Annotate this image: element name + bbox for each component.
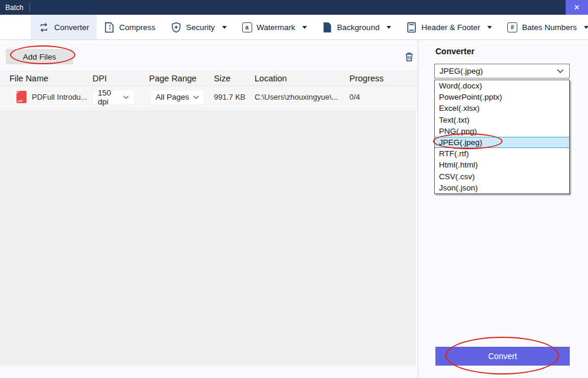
tab-watermark[interactable]: a Watermark <box>234 15 315 40</box>
dropdown-option-word[interactable]: Word(.docx) <box>435 80 569 91</box>
tab-background[interactable]: Background <box>315 15 399 40</box>
watermark-icon: a <box>242 22 252 32</box>
table-row[interactable]: PDFull Introdu... 150 dpi All Pages 991.… <box>0 86 418 109</box>
converter-settings-panel: Converter JPEG(.jpeg) Word(.docx) PowerP… <box>418 40 588 378</box>
tab-compress[interactable]: Compress <box>97 15 163 40</box>
close-button[interactable]: ✕ <box>566 0 588 15</box>
column-header-location: Location <box>255 74 349 83</box>
converter-section-title: Converter <box>435 47 474 56</box>
compress-icon <box>104 22 114 33</box>
dropdown-option-csv[interactable]: CSV(.csv) <box>435 171 569 182</box>
bates-numbers-icon: # <box>507 22 517 32</box>
file-list-empty-area <box>0 110 416 366</box>
convert-button-label: Convert <box>488 351 517 361</box>
tab-label: Watermark <box>257 23 296 32</box>
dropdown-option-rtf[interactable]: RTF(.rtf) <box>435 148 569 159</box>
column-header-page-range: Page Range <box>149 74 214 83</box>
file-size: 991.7 KB <box>214 93 255 101</box>
chevron-down-icon <box>302 26 307 29</box>
delete-files-button[interactable] <box>403 51 415 63</box>
tab-label: Header & Footer <box>421 23 480 32</box>
tab-bates-numbers[interactable]: # Bates Numbers <box>500 15 588 40</box>
dpi-cell: 150 dpi <box>93 90 149 105</box>
format-dropdown-list: Word(.docx) PowerPoint(.pptx) Excel(.xls… <box>434 80 570 194</box>
titlebar: Batch ✕ <box>0 0 588 15</box>
dpi-value: 150 dpi <box>98 88 123 106</box>
chevron-down-icon <box>123 96 129 99</box>
close-icon: ✕ <box>574 3 580 12</box>
tab-header-footer[interactable]: Header & Footer <box>399 15 500 40</box>
chevron-down-icon <box>387 26 391 29</box>
file-progress: 0/4 <box>349 93 418 101</box>
file-name: PDFull Introdu... <box>32 93 87 101</box>
chevron-down-icon <box>557 69 564 73</box>
add-files-button[interactable]: Add Files <box>6 49 73 64</box>
column-header-file-name: File Name <box>0 74 93 83</box>
tab-label: Background <box>337 23 379 32</box>
dropdown-option-powerpoint[interactable]: PowerPoint(.pptx) <box>435 91 569 103</box>
pdf-file-icon <box>16 91 27 103</box>
titlebar-separator <box>29 3 30 12</box>
converter-icon <box>38 22 49 33</box>
chevron-down-icon <box>584 26 588 29</box>
tab-label: Security <box>186 23 215 32</box>
file-list-panel: Add Files File Name DPI Page Range Size … <box>0 40 418 378</box>
file-table: File Name DPI Page Range Size Location P… <box>0 71 418 109</box>
convert-button[interactable]: Convert <box>435 347 570 366</box>
output-format-select[interactable]: JPEG(.jpeg) <box>434 64 570 78</box>
tab-security[interactable]: Security <box>163 15 234 40</box>
page-range-cell: All Pages <box>149 90 214 105</box>
dpi-select[interactable]: 150 dpi <box>93 90 134 105</box>
column-header-progress: Progress <box>349 74 418 83</box>
tab-label: Bates Numbers <box>522 23 577 32</box>
tab-converter[interactable]: Converter <box>31 15 97 40</box>
dropdown-option-excel[interactable]: Excel(.xlsx) <box>435 103 569 114</box>
dropdown-option-jpeg[interactable]: JPEG(.jpeg) <box>435 137 569 148</box>
dropdown-option-html[interactable]: Html(.html) <box>435 159 569 170</box>
chevron-down-icon <box>487 26 492 29</box>
page-range-select[interactable]: All Pages <box>150 90 204 105</box>
column-header-dpi: DPI <box>93 74 149 83</box>
main-area: Add Files File Name DPI Page Range Size … <box>0 40 588 378</box>
page-range-value: All Pages <box>156 93 189 101</box>
tab-label: Compress <box>119 23 156 32</box>
chevron-down-icon <box>222 26 227 29</box>
table-header: File Name DPI Page Range Size Location P… <box>0 71 418 86</box>
dropdown-option-text[interactable]: Text(.txt) <box>435 114 569 126</box>
security-shield-icon <box>171 22 181 33</box>
file-name-cell: PDFull Introdu... <box>0 91 93 103</box>
tab-label: Converter <box>54 23 89 32</box>
window-title: Batch <box>0 4 24 12</box>
column-header-size: Size <box>214 74 255 83</box>
dropdown-option-png[interactable]: PNG(.png) <box>435 126 569 137</box>
dropdown-option-json[interactable]: Json(.json) <box>435 182 569 193</box>
output-format-value: JPEG(.jpeg) <box>440 67 483 75</box>
toolbar: Converter Compress Security a Watermark … <box>0 15 588 40</box>
chevron-down-icon <box>193 96 199 99</box>
file-location: C:\Users\zhouxingyue\... <box>255 93 349 101</box>
trash-icon <box>405 52 414 62</box>
header-footer-icon <box>407 22 417 33</box>
add-files-label: Add Files <box>23 52 56 61</box>
background-icon <box>322 22 332 33</box>
